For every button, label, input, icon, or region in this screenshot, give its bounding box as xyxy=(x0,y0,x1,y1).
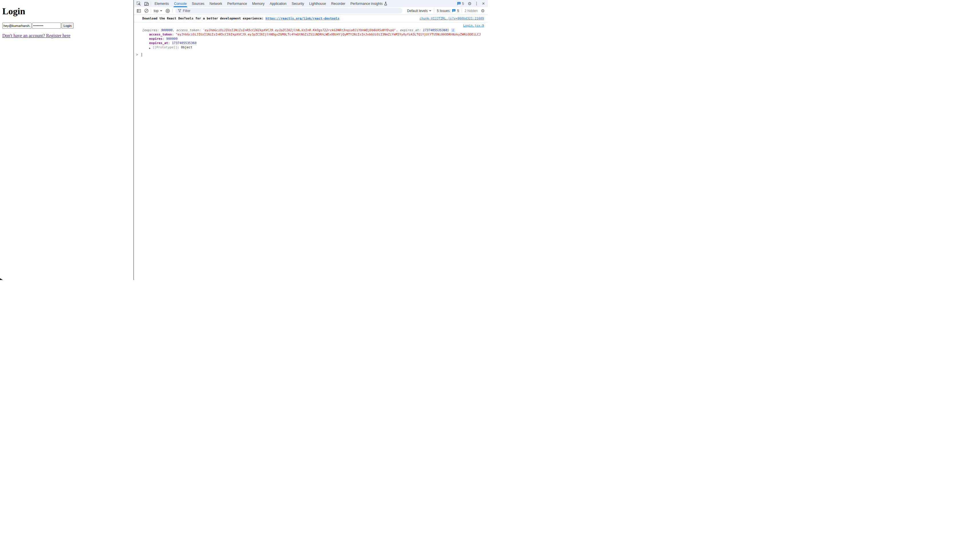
tab-console[interactable]: Console xyxy=(171,0,189,7)
flask-icon xyxy=(384,2,387,5)
punct: : xyxy=(168,41,172,45)
object-prototype-row: ▶[[Prototype]]: Object xyxy=(149,45,484,50)
tab-application[interactable]: Application xyxy=(267,0,289,7)
message-text: Download the React DevTools for a better… xyxy=(142,17,265,20)
devtools-tabbar: Elements Console Sources Network Perform… xyxy=(134,0,488,7)
react-devtools-link[interactable]: https://reactjs.org/link/react-devtools xyxy=(265,17,339,20)
tab-sources[interactable]: Sources xyxy=(189,0,207,7)
hidden-count-text: 2 hidden xyxy=(465,9,478,13)
issues-counter[interactable]: 5 Issues: 5 xyxy=(435,9,461,13)
console-settings-gear-icon[interactable]: ⚙ xyxy=(480,7,486,14)
text-cursor xyxy=(142,53,142,57)
console-sidebar-icon[interactable] xyxy=(135,9,142,13)
live-expression-eye-icon[interactable] xyxy=(164,8,171,13)
tab-memory[interactable]: Memory xyxy=(250,0,267,7)
object-property-row: expires_at: 1737405535360 xyxy=(149,41,484,45)
close-devtools-icon[interactable]: ✕ xyxy=(480,0,487,7)
property-key: access_token xyxy=(149,33,172,36)
messages-count: 5 xyxy=(462,2,464,6)
property-value-string: "eyJhbGciOiJIUzI1NiIsInR5cCI6IkpXVCJ9.ey… xyxy=(176,33,481,36)
password-field[interactable] xyxy=(32,23,61,28)
console-message-react-devtools: chunk-VIJJTZRL.js?v=960bd321:21609 Downl… xyxy=(134,15,488,23)
punct: : xyxy=(157,28,161,32)
context-selector-value: top xyxy=(154,9,159,13)
register-link[interactable]: Don't have an account? Register here xyxy=(2,33,70,38)
issues-count: 5 xyxy=(457,9,459,13)
preview-string: 'eyJhbGciOiJIUzI1NiIsInR5cCI6IkpXVCJ9.ey… xyxy=(203,28,396,32)
object-property-row: access_token: "eyJhbGciOiJIUzI1NiIsInR5c… xyxy=(149,32,484,37)
source-link[interactable]: chunk-VIJJTZRL.js?v=960bd321:21609 xyxy=(419,17,484,20)
inspect-element-icon[interactable] xyxy=(135,0,142,7)
tab-label: Performance insights xyxy=(350,2,383,6)
punct: : xyxy=(177,45,181,49)
email-field[interactable] xyxy=(2,23,32,28)
message-bubble-icon xyxy=(457,2,461,5)
source-link[interactable]: Login.jsx:9 xyxy=(463,24,484,27)
device-toolbar-icon[interactable] xyxy=(142,0,150,7)
prototype-value[interactable]: Object xyxy=(181,45,192,49)
brace: { xyxy=(142,28,144,32)
prototype-key: [[Prototype]] xyxy=(152,45,177,49)
punct: : xyxy=(199,28,203,32)
levels-selector[interactable]: Default levels xyxy=(405,9,433,13)
issues-label: 5 Issues: xyxy=(437,9,451,13)
more-options-icon[interactable]: ⋮ xyxy=(473,0,480,7)
context-selector[interactable]: top xyxy=(152,9,164,13)
tab-elements[interactable]: Elements xyxy=(152,0,171,7)
devtools-panel: Elements Console Sources Network Perform… xyxy=(134,0,488,280)
object-preview: ▼{expires: 900000, access_token: 'eyJhbG… xyxy=(142,28,484,32)
tabbar-right-controls: 5 ⚙ ⋮ ✕ xyxy=(457,0,488,7)
issues-bubble-icon xyxy=(452,9,456,13)
object-expanded-rows: access_token: "eyJhbGciOiJIUzI1NiIsInR5c… xyxy=(142,32,484,50)
object-property-row: expires: 900000 xyxy=(149,37,484,41)
property-value-number: 900000 xyxy=(166,37,178,41)
tab-security[interactable]: Security xyxy=(289,0,306,7)
property-key: expires_at xyxy=(149,41,168,45)
punct: : xyxy=(162,37,166,41)
info-badge-icon[interactable]: i xyxy=(451,28,455,32)
punct: , xyxy=(396,28,400,32)
settings-gear-icon[interactable]: ⚙ xyxy=(466,0,473,7)
divider xyxy=(151,8,151,13)
login-page: Login Login Don't have an account? Regis… xyxy=(0,0,134,280)
filter-placeholder: Filter xyxy=(183,9,191,13)
console-output: chunk-VIJJTZRL.js?v=960bd321:21609 Downl… xyxy=(134,15,488,280)
filter-funnel-icon xyxy=(178,9,181,12)
cursor-artifact xyxy=(0,277,3,280)
chevron-down-icon xyxy=(160,10,162,12)
punct: : xyxy=(172,33,175,36)
expand-triangle-icon[interactable]: ▶ xyxy=(149,46,150,50)
tab-lighthouse[interactable]: Lighthouse xyxy=(306,0,329,7)
preview-number: 900000 xyxy=(161,28,172,32)
preview-key: expires xyxy=(144,28,157,32)
console-message-login-object: Login.jsx:9 ▼{expires: 900000, access_to… xyxy=(134,23,488,50)
console-prompt[interactable]: > xyxy=(134,53,488,57)
console-toolbar: top Filter Default levels 5 Issues: xyxy=(134,7,488,15)
punct: , xyxy=(172,28,176,32)
preview-key: access_token xyxy=(176,28,199,32)
tab-performance[interactable]: Performance xyxy=(225,0,250,7)
punct: : xyxy=(419,28,423,32)
divider xyxy=(151,2,151,6)
login-form: Login xyxy=(2,23,131,28)
divider xyxy=(434,8,434,13)
tab-network[interactable]: Network xyxy=(207,0,225,7)
filter-input[interactable]: Filter xyxy=(175,8,403,13)
login-button[interactable]: Login xyxy=(62,23,74,28)
preview-key: expires_at xyxy=(400,28,419,32)
page-title: Login xyxy=(2,6,131,17)
console-messages-badge[interactable]: 5 xyxy=(457,2,464,6)
tab-performance-insights[interactable]: Performance insights xyxy=(348,0,390,7)
property-key: expires xyxy=(149,37,162,41)
prompt-chevron-icon: > xyxy=(136,53,138,57)
preview-number: 1737405535360 xyxy=(423,28,447,32)
hidden-messages-label[interactable]: 2 hidden xyxy=(463,9,480,13)
levels-selector-value: Default levels xyxy=(407,9,428,13)
clear-console-icon[interactable] xyxy=(142,8,150,13)
chevron-down-icon xyxy=(429,10,431,12)
tab-recorder[interactable]: Recorder xyxy=(329,0,348,7)
brace: } xyxy=(447,28,450,32)
property-value-number: 1737405535360 xyxy=(172,41,196,45)
